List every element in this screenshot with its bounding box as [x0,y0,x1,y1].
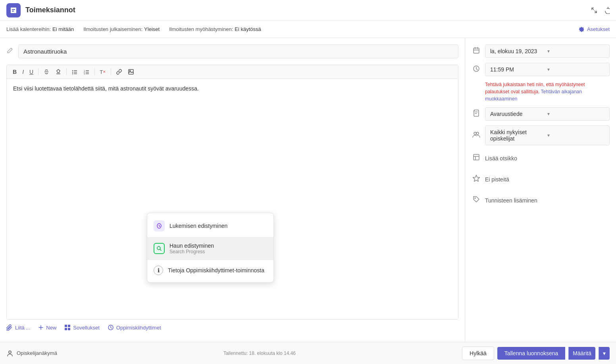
main-content: B I U [0,38,616,342]
student-view-icon [6,350,13,357]
dropdown-item-reading[interactable]: Lukemisen edistyminen [147,215,273,237]
collapse-icon[interactable] [591,7,598,14]
svg-text:3.: 3. [84,73,85,75]
editor-content[interactable]: Etsi viisi luotettavaa tietolähdettä sii… [7,79,458,319]
tag-icon [472,195,481,205]
dropdown-item-info[interactable]: ℹ Tietoja Oppimiskiihdyttimet-toiminnost… [147,260,273,281]
app-logo [6,3,21,17]
bold-button[interactable]: B [11,67,19,76]
title-area [0,44,465,65]
plus-icon [38,325,44,330]
tag-row[interactable]: Tunnisteen lisäminen [472,192,610,208]
attach-icon [6,324,13,331]
bullet-list-button[interactable] [69,67,80,76]
link-button[interactable] [114,67,124,76]
save-draft-button[interactable]: Tallenna luonnoksena [497,347,565,360]
underline-button[interactable]: U [27,67,35,76]
apps-button[interactable]: Sovellukset [64,324,99,331]
left-panel: B I U [0,38,465,342]
svg-rect-3 [74,72,77,73]
toolbar-separator-4 [111,68,111,75]
discard-button[interactable]: Hylkää [462,347,494,360]
clock-icon [472,65,481,75]
italic-button[interactable]: I [20,67,26,76]
star-icon [472,174,481,184]
svg-rect-15 [65,325,67,327]
svg-point-24 [476,132,479,135]
students-row: Kaikki nykyiset opiskelijat ▾ [472,125,610,145]
image-button[interactable] [126,67,136,76]
app-title: Toimeksiannot [25,6,591,14]
footer-actions: Hylkää Tallenna luonnoksena Määritä ▾ [462,347,610,360]
svg-rect-17 [65,328,67,330]
dropdown-item-search[interactable]: Haun edistyminen Search Progress [147,237,273,260]
reading-progress-icon [154,220,165,231]
image-icon [128,69,134,75]
time-row: 11:59 PM ▾ [472,63,610,76]
publish-setting: Ilmoitusten julkaiseminen: Yleiset [83,26,160,32]
strikethrough-button[interactable] [41,67,52,76]
delay-setting: Ilmoitusten myöhästyminen: Ei käytössä [169,26,261,32]
title-input[interactable] [18,44,458,58]
svg-rect-7 [86,70,89,71]
strikethrough-icon [43,69,50,75]
svg-point-4 [72,73,73,74]
attach-button[interactable]: Liitä ... [6,324,30,331]
assign-dropdown-button[interactable]: ▾ [599,347,610,360]
time-select[interactable]: 11:59 PM ▾ [485,63,610,76]
svg-rect-11 [86,73,89,74]
accelerators-dropdown: Lukemisen edistyminen Haun edistyminen S… [147,213,274,283]
svg-point-27 [9,351,11,353]
accelerators-button[interactable]: Oppimiskiihdyttimet [108,324,161,331]
bullet-list-icon [71,69,78,75]
refresh-icon[interactable] [603,7,610,14]
editor-toolbar: B I U [7,65,458,79]
pencil-icon [6,47,13,56]
points-row[interactable]: Ei pisteitä [472,171,610,187]
date-row: la, elokuu 19, 2023 ▾ [472,44,610,58]
highlight-button[interactable] [53,67,64,76]
app-header: Toimeksiannot [0,0,616,21]
settings-button[interactable]: Asetukset [578,26,610,33]
right-panel: la, elokuu 19, 2023 ▾ 11:59 PM ▾ Tehtävä… [465,38,616,342]
svg-point-26 [475,198,475,198]
assign-button[interactable]: Määritä [568,347,595,360]
toolbar-separator-2 [66,68,67,75]
toolbar-separator-3 [94,68,95,75]
accelerators-icon [108,324,114,331]
clear-format-button[interactable]: T✕ [98,68,108,76]
students-icon [472,131,481,141]
logo-icon [10,6,17,14]
time-chevron-icon: ▾ [547,67,604,72]
numbered-list-icon: 1. 2. 3. [83,69,90,75]
numbered-list-button[interactable]: 1. 2. 3. [81,67,92,76]
sub-header: Lisää kalentereihin: Ei mitään Ilmoitust… [0,21,616,38]
calendar-icon [472,46,481,56]
bottom-toolbar: Liitä ... New Sovellukset [0,320,465,335]
topic-chevron-icon: ▾ [547,111,604,117]
students-chevron-icon: ▾ [547,133,604,138]
svg-point-23 [474,132,476,135]
topic-select[interactable]: Avaruustiede ▾ [485,107,610,121]
info-icon: ℹ [154,266,163,275]
gear-icon [578,26,585,33]
svg-rect-20 [474,48,479,53]
svg-rect-1 [74,70,77,71]
date-select[interactable]: la, elokuu 19, 2023 ▾ [485,44,610,58]
svg-rect-16 [68,325,70,327]
date-chevron-icon: ▾ [547,48,604,54]
svg-rect-25 [474,154,479,160]
student-view[interactable]: Opiskelijanäkymä [6,350,57,357]
svg-rect-9 [86,72,89,73]
table-icon [472,153,481,163]
saved-status: Tallennettu: 18. elokuuta klo 14.46 [57,351,462,356]
svg-rect-5 [74,73,77,74]
svg-point-0 [72,70,73,71]
new-button[interactable]: New [38,325,56,331]
topic-row: Avaruustiede ▾ [472,107,610,121]
students-select[interactable]: Kaikki nykyiset opiskelijat ▾ [485,125,610,145]
header-icons [591,7,610,14]
heading-row[interactable]: Lisää otsikko [472,150,610,166]
link-icon [116,69,122,75]
footer: Opiskelijanäkymä Tallennettu: 18. elokuu… [0,342,616,364]
